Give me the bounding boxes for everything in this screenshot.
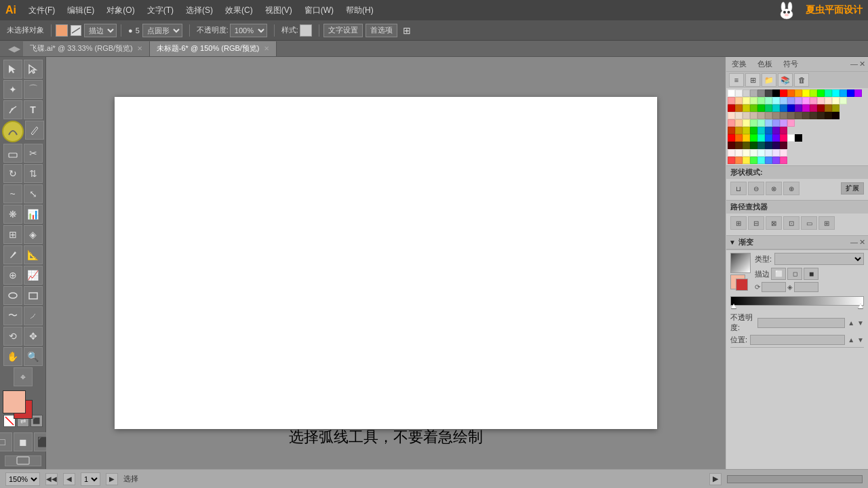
palette-cell[interactable] bbox=[765, 142, 772, 149]
palette-cell[interactable] bbox=[750, 127, 757, 134]
eyedropper-tool[interactable] bbox=[3, 245, 22, 264]
palette-cell[interactable] bbox=[743, 112, 750, 119]
menu-object[interactable]: 对象(O) bbox=[101, 3, 140, 18]
panel-tab-transform[interactable]: 变换 bbox=[726, 57, 752, 71]
play-btn[interactable]: ▶ bbox=[709, 473, 722, 485]
pathfinder-divide[interactable]: ⊞ bbox=[730, 216, 747, 230]
palette-cell[interactable] bbox=[772, 119, 780, 127]
palette-cell[interactable] bbox=[750, 112, 757, 119]
palette-cell[interactable] bbox=[743, 89, 750, 97]
palette-cell[interactable] bbox=[765, 127, 772, 134]
palette-cell[interactable] bbox=[787, 104, 795, 112]
prev-frame-btn[interactable]: ◀◀ bbox=[45, 473, 58, 485]
palette-cell[interactable] bbox=[728, 127, 735, 134]
palette-cell[interactable] bbox=[743, 104, 750, 112]
palette-cell[interactable] bbox=[743, 149, 750, 157]
palette-cell[interactable] bbox=[780, 104, 787, 112]
symbol-tool[interactable]: ❋ bbox=[3, 205, 22, 224]
gradient-stroke-btn-2[interactable]: ◻ bbox=[787, 268, 802, 280]
blend-tool[interactable]: ◈ bbox=[24, 225, 43, 244]
palette-cell[interactable] bbox=[825, 89, 832, 97]
transform-tool[interactable]: ⟲ bbox=[3, 327, 22, 346]
palette-cell[interactable] bbox=[772, 127, 780, 134]
gradient-stroke-btn-3[interactable]: ◼ bbox=[804, 268, 818, 280]
mesh-tool[interactable]: ⊞ bbox=[3, 225, 22, 244]
arrange-icon[interactable]: ⊞ bbox=[403, 25, 411, 36]
palette-cell[interactable] bbox=[743, 127, 750, 134]
palette-cell[interactable] bbox=[728, 149, 735, 157]
palette-cell[interactable] bbox=[750, 89, 757, 97]
first-item-btn[interactable]: 首选项 bbox=[366, 24, 397, 37]
palette-cell[interactable] bbox=[728, 157, 735, 164]
canvas[interactable] bbox=[115, 97, 657, 429]
rectangle-tool[interactable] bbox=[24, 286, 43, 305]
expand-btn[interactable]: 扩展 bbox=[841, 182, 864, 195]
pathfinder-outline[interactable]: ▭ bbox=[801, 216, 817, 230]
palette-cell[interactable] bbox=[757, 127, 765, 134]
palette-cell[interactable] bbox=[735, 149, 743, 157]
palette-cell[interactable] bbox=[765, 89, 772, 97]
opacity-select[interactable]: 100% bbox=[230, 24, 267, 37]
palette-cell[interactable] bbox=[840, 97, 847, 104]
gradient-stroke-btn-1[interactable]: ⬜ bbox=[771, 268, 786, 280]
palette-cell[interactable] bbox=[750, 119, 757, 127]
swatch-delete-btn[interactable]: 🗑 bbox=[794, 73, 809, 87]
palette-cell[interactable] bbox=[728, 112, 735, 119]
palette-cell[interactable] bbox=[772, 134, 780, 142]
palette-cell[interactable] bbox=[728, 104, 735, 112]
palette-cell[interactable] bbox=[772, 97, 780, 104]
tab-2[interactable]: 未标题-6* @ 150% (RGB/预览) ✕ bbox=[150, 41, 277, 56]
palette-cell[interactable] bbox=[735, 142, 743, 149]
reflect-tool[interactable]: ⇅ bbox=[24, 164, 43, 183]
palette-cell[interactable] bbox=[743, 134, 750, 142]
gradient-stop-right[interactable] bbox=[858, 304, 863, 309]
text-tool[interactable]: T bbox=[24, 100, 43, 119]
menu-effect[interactable]: 效果(C) bbox=[220, 3, 258, 18]
palette-cell[interactable] bbox=[757, 119, 765, 127]
palette-cell[interactable] bbox=[728, 134, 735, 142]
palette-cell[interactable] bbox=[787, 89, 795, 97]
gradient-angle-input[interactable] bbox=[762, 282, 786, 292]
column-chart-tool[interactable]: 📈 bbox=[24, 266, 43, 285]
palette-cell[interactable] bbox=[765, 104, 772, 112]
palette-cell[interactable] bbox=[825, 97, 832, 104]
palette-cell[interactable] bbox=[787, 119, 795, 127]
swatch-folder-btn[interactable]: 📁 bbox=[762, 73, 776, 87]
gradient-minimize-btn[interactable]: — bbox=[850, 238, 858, 247]
palette-cell[interactable] bbox=[787, 97, 795, 104]
gradient-bar[interactable] bbox=[730, 296, 864, 306]
palette-cell[interactable] bbox=[780, 149, 787, 157]
hand-tool[interactable]: ✋ bbox=[3, 347, 22, 366]
panel-tab-swatches[interactable]: 色板 bbox=[752, 57, 778, 71]
gradient-collapse-btn[interactable]: ▼ bbox=[729, 239, 736, 246]
menu-select[interactable]: 选择(S) bbox=[180, 3, 218, 18]
gradient-opacity-arrow-down[interactable]: ▼ bbox=[857, 319, 864, 327]
menu-type[interactable]: 文字(T) bbox=[142, 3, 179, 18]
palette-cell[interactable] bbox=[743, 119, 750, 127]
palette-cell[interactable] bbox=[757, 104, 765, 112]
palette-cell[interactable] bbox=[810, 112, 817, 119]
gradient-bg-swatch[interactable] bbox=[736, 279, 748, 291]
palette-cell[interactable] bbox=[795, 112, 802, 119]
gradient-close-btn[interactable]: ✕ bbox=[859, 238, 865, 247]
palette-cell[interactable] bbox=[780, 119, 787, 127]
next-btn[interactable]: ▶ bbox=[106, 473, 118, 485]
palette-cell[interactable] bbox=[780, 157, 787, 164]
brush-shape-select[interactable]: 点圆形 bbox=[142, 24, 182, 37]
shape-mode-exclude[interactable]: ⊕ bbox=[783, 182, 800, 195]
palette-cell[interactable] bbox=[750, 97, 757, 104]
palette-cell[interactable] bbox=[728, 119, 735, 127]
stroke-type-btn[interactable] bbox=[71, 25, 81, 36]
palette-cell[interactable] bbox=[817, 97, 825, 104]
scale-tool[interactable]: ⤡ bbox=[24, 184, 43, 203]
palette-cell[interactable] bbox=[735, 97, 743, 104]
palette-cell[interactable] bbox=[787, 134, 795, 142]
stroke-select[interactable]: 描边 bbox=[84, 24, 117, 37]
gradient-ratio-input[interactable] bbox=[794, 282, 818, 292]
palette-cell[interactable] bbox=[765, 157, 772, 164]
palette-cell[interactable] bbox=[780, 134, 787, 142]
zoom-tool[interactable]: 🔍 bbox=[24, 347, 43, 366]
shape-mode-intersect[interactable]: ⊗ bbox=[766, 182, 782, 195]
palette-cell[interactable] bbox=[802, 112, 810, 119]
palette-cell[interactable] bbox=[780, 89, 787, 97]
